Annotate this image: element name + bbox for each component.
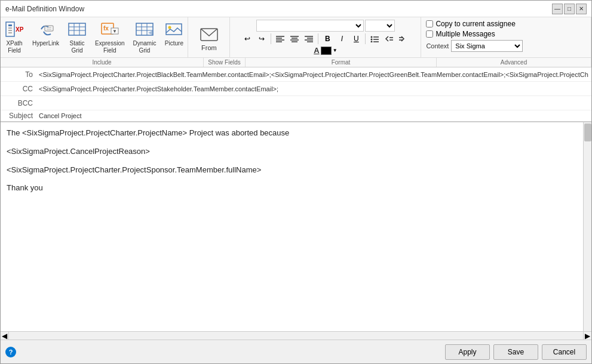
email-form: To CC BCC Subject <box>1 67 591 122</box>
subject-field[interactable] <box>36 110 591 121</box>
static-grid-button[interactable]: StaticGrid <box>63 17 91 57</box>
indent-increase-button[interactable] <box>397 33 410 45</box>
body-line-3: <SixSigmaProject.ProjectCharter.ProjectS… <box>7 164 585 177</box>
bottom-bar: ? Apply Save Cancel <box>1 340 591 363</box>
expression-field-button[interactable]: fx ▼ ExpressionField <box>91 17 128 57</box>
svg-point-39 <box>371 36 373 38</box>
cc-field[interactable] <box>36 84 591 94</box>
svg-marker-23 <box>148 30 153 35</box>
svg-rect-4 <box>8 32 12 33</box>
color-picker[interactable]: A ▼ <box>314 46 337 55</box>
dynamic-grid-button[interactable]: DynamicGrid <box>129 17 161 57</box>
format-section: ↩ ↪ B I U <box>230 17 421 57</box>
static-grid-icon <box>68 20 87 39</box>
picture-icon <box>164 20 183 39</box>
expression-field-icon: fx ▼ <box>100 20 119 39</box>
svg-rect-2 <box>8 27 12 29</box>
bottom-left: ? <box>5 347 16 357</box>
svg-point-40 <box>371 39 373 41</box>
align-center-button[interactable] <box>288 33 301 45</box>
subject-label: Subject <box>1 112 36 120</box>
color-a-label: A <box>314 46 319 55</box>
multiple-messages-label: Multiple Messages <box>435 30 495 38</box>
redo-button[interactable]: ↪ <box>255 33 268 45</box>
copy-to-assignee-checkbox[interactable] <box>426 20 433 27</box>
svg-point-41 <box>371 41 373 43</box>
ribbon-sections: XP XPathField <box>1 17 591 58</box>
svg-rect-3 <box>8 30 12 31</box>
cc-label: CC <box>1 85 36 93</box>
show-fields-label: Show Fields <box>204 58 246 67</box>
horizontal-scrollbar[interactable]: ◀ ▶ <box>1 331 591 340</box>
to-row: To <box>1 67 591 82</box>
maximize-button[interactable]: □ <box>564 4 575 14</box>
title-bar: e-Mail Definition Window — □ ✕ <box>1 1 591 17</box>
dynamic-grid-icon <box>135 20 154 39</box>
svg-point-25 <box>168 26 171 29</box>
format-label: Format <box>246 58 437 67</box>
cc-row: CC <box>1 82 591 96</box>
to-label: To <box>1 70 36 79</box>
font-dropdown[interactable] <box>256 20 364 32</box>
align-right-button[interactable] <box>302 33 315 45</box>
format-row2: ↩ ↪ B I U <box>241 33 410 45</box>
size-dropdown[interactable] <box>365 20 395 32</box>
cancel-button[interactable]: Cancel <box>542 344 587 360</box>
xpath-field-label: XPathField <box>6 40 22 54</box>
save-button[interactable]: Save <box>493 344 538 360</box>
from-label: From <box>201 44 217 51</box>
body-line-5: Thank you <box>7 182 585 195</box>
window-controls: — □ ✕ <box>552 4 587 14</box>
undo-button[interactable]: ↩ <box>241 33 254 45</box>
scroll-right-button[interactable]: ▶ <box>583 332 591 340</box>
picture-button[interactable]: Picture <box>160 17 188 57</box>
hyperlink-button[interactable]: HyperLink <box>28 17 63 57</box>
ribbon: XP XPathField <box>1 17 591 67</box>
body-container: The <SixSigmaProject.ProjectCharter.Proj… <box>1 122 591 331</box>
include-label: Include <box>1 58 204 67</box>
picture-label: Picture <box>165 40 183 47</box>
vertical-scrollbar[interactable] <box>583 122 591 331</box>
list-button[interactable] <box>368 33 381 45</box>
include-section: XP XPathField <box>1 17 188 57</box>
window-title: e-Mail Definition Window <box>5 5 84 13</box>
svg-rect-0 <box>6 22 14 36</box>
close-button[interactable]: ✕ <box>576 4 587 14</box>
hyperlink-label: HyperLink <box>32 40 59 47</box>
hyperlink-icon <box>36 20 56 39</box>
svg-rect-9 <box>69 23 85 35</box>
indent-decrease-button[interactable] <box>382 33 395 45</box>
italic-button[interactable]: I <box>335 33 348 45</box>
minimize-button[interactable]: — <box>552 4 563 14</box>
context-dropdown[interactable]: Six Sigma <box>451 40 523 52</box>
dynamic-grid-label: DynamicGrid <box>133 40 157 54</box>
apply-button[interactable]: Apply <box>445 344 490 360</box>
separator1 <box>271 33 271 44</box>
underline-button[interactable]: U <box>349 33 363 45</box>
color-swatch <box>321 47 332 55</box>
subject-row: Subject <box>1 110 591 122</box>
body-line-1: The <SixSigmaProject.ProjectCharter.Proj… <box>7 127 585 140</box>
from-icon <box>200 25 219 44</box>
bottom-buttons: Apply Save Cancel <box>445 344 587 360</box>
format-row1 <box>256 18 395 33</box>
color-arrow-icon[interactable]: ▼ <box>333 48 338 53</box>
advanced-label: Advanced <box>437 58 591 67</box>
xpath-field-icon: XP <box>5 20 24 39</box>
bcc-label: BCC <box>1 99 36 107</box>
separator3 <box>365 33 366 44</box>
align-left-button[interactable] <box>274 33 287 45</box>
static-grid-label: StaticGrid <box>70 40 85 54</box>
copy-to-assignee-row: Copy to current assignee <box>426 20 515 28</box>
xpath-field-button[interactable]: XP XPathField <box>1 17 28 57</box>
to-field[interactable] <box>36 69 591 80</box>
help-button[interactable]: ? <box>5 347 16 357</box>
bcc-field[interactable] <box>36 98 591 109</box>
expression-field-label: ExpressionField <box>95 40 124 54</box>
advanced-section: Copy to current assignee Multiple Messag… <box>421 17 591 57</box>
bold-button[interactable]: B <box>321 33 334 45</box>
multiple-messages-checkbox[interactable] <box>426 30 433 38</box>
scroll-left-button[interactable]: ◀ <box>1 332 9 340</box>
from-button[interactable]: From <box>188 17 230 57</box>
email-body[interactable]: The <SixSigmaProject.ProjectCharter.Proj… <box>1 122 591 331</box>
